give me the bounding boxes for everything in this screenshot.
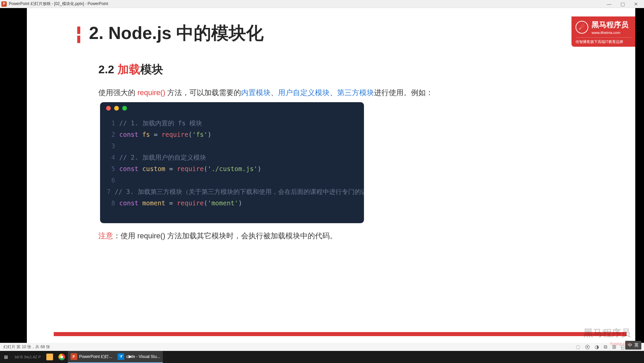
brand-logo-icon: ☄ xyxy=(576,21,588,34)
chrome-icon xyxy=(58,354,65,360)
view-mode-button[interactable]: ⧉ xyxy=(604,344,607,350)
brand-url: www.itheima.com xyxy=(592,31,629,35)
slide-heading: 2. Node.js 中的模块化 xyxy=(89,22,264,45)
window-controls: — ▢ ✕ xyxy=(606,1,643,7)
maximize-button[interactable]: ▢ xyxy=(619,1,626,7)
code-line: 5const custom = require('./custom.js') xyxy=(107,163,364,174)
footer-stripe xyxy=(54,332,627,336)
taskbar: ⊞ bili B 34y1 AZ P P PowerPoint 幻灯... ⧩ … xyxy=(0,351,644,363)
brand-name: 黑马程序员 xyxy=(592,20,629,30)
code-line: 6 xyxy=(107,174,364,186)
code-line: 3 xyxy=(107,140,364,152)
view-mode-button[interactable]: ⊞ xyxy=(612,344,616,350)
title-decoration xyxy=(77,27,80,45)
view-mode-button[interactable]: ◑ xyxy=(595,344,599,350)
close-button[interactable]: ✕ xyxy=(633,1,639,7)
code-body: 1// 1. 加载内置的 fs 模块2const fs = require('f… xyxy=(100,114,364,209)
powerpoint-taskbar-label: PowerPoint 幻灯... xyxy=(79,354,112,360)
dot-red-icon xyxy=(106,106,111,111)
vscode-icon: ⧩ xyxy=(118,353,124,360)
windows-icon: ⊞ xyxy=(3,354,9,360)
powerpoint-taskbar-button[interactable]: P PowerPoint 幻灯... xyxy=(68,351,115,363)
ime-indicator[interactable]: 中英 xyxy=(625,341,641,350)
view-mode-button[interactable]: ⍇ xyxy=(621,344,624,350)
powerpoint-taskbar-icon: P xyxy=(71,353,77,360)
bili-text: bili B 34y1 AZ P xyxy=(12,351,44,363)
chrome-button[interactable] xyxy=(56,351,68,363)
slide-area[interactable]: 2. Node.js 中的模块化 ☄ 黑马程序员 www.itheima.com… xyxy=(0,8,644,350)
code-line: 8const moment = require('moment') xyxy=(107,197,364,209)
window-title: PowerPoint 幻灯片放映 - [02_模块化.pptx] - Power… xyxy=(9,1,606,7)
code-window-dots xyxy=(100,102,364,114)
slide-counter: 幻灯片 第 10 张，共 68 张 xyxy=(3,344,50,350)
dot-green-icon xyxy=(122,106,127,111)
code-line: 7// 3. 加载第三方模块（关于第三方模块的下载和使用，会在后面的课程中进行专… xyxy=(107,186,364,197)
paragraph-intro: 使用强大的 require() 方法，可以加载需要的内置模块、用户自定义模块、第… xyxy=(98,88,433,98)
letterbox-left xyxy=(0,8,27,350)
start-button[interactable]: ⊞ xyxy=(0,351,12,363)
view-mode-button[interactable]: ⦿ xyxy=(585,344,590,350)
slide-content: 2. Node.js 中的模块化 ☄ 黑马程序员 www.itheima.com… xyxy=(27,8,635,350)
section-title: 2.2 加载模块 xyxy=(98,62,163,77)
title-bar: P PowerPoint 幻灯片放映 - [02_模块化.pptx] - Pow… xyxy=(0,0,644,8)
code-line: 2const fs = require('fs') xyxy=(107,129,364,140)
code-line: 1// 1. 加载内置的 fs 模块 xyxy=(107,117,364,129)
brand-box: ☄ 黑马程序员 www.itheima.com 传智播客旗下高端IT教育品牌 xyxy=(571,16,635,47)
letterbox-right xyxy=(635,8,644,350)
vscode-taskbar-label: code - Visual Stu... xyxy=(126,354,160,359)
powerpoint-icon: P xyxy=(1,1,7,7)
vscode-taskbar-button[interactable]: ⧩ code - Visual Stu... xyxy=(115,351,163,363)
file-explorer-button[interactable] xyxy=(44,351,56,363)
folder-icon xyxy=(46,354,53,360)
view-mode-button[interactable]: ◌ xyxy=(576,344,580,350)
minimize-button[interactable]: — xyxy=(606,1,612,7)
code-line: 4// 2. 加载用户的自定义模块 xyxy=(107,152,364,163)
brand-tagline: 传智播客旗下高端IT教育品牌 xyxy=(576,37,631,44)
note-text: 注意：使用 require() 方法加载其它模块时，会执行被加载模块中的代码。 xyxy=(98,231,337,241)
code-block: 1// 1. 加载内置的 fs 模块2const fs = require('f… xyxy=(100,102,364,223)
dot-yellow-icon xyxy=(114,106,119,111)
status-bar: 幻灯片 第 10 张，共 68 张 ◌⦿◑⧉⊞⍇⫿⊡ xyxy=(0,343,644,351)
